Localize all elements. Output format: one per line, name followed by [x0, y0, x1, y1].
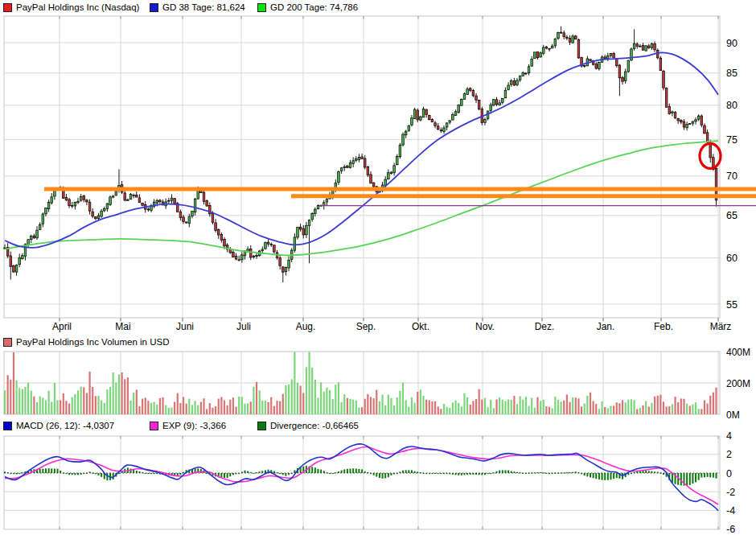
legend-item: PayPal Holdings Inc (Nasdaq)	[3, 2, 139, 12]
axis-label: 55	[726, 299, 738, 311]
legend-label: EXP (9): -3,366	[162, 421, 226, 430]
legend-label: Divergence: -0,66465	[270, 421, 359, 430]
legend-label: PayPal Holdings Inc Volumen in USD	[16, 337, 170, 347]
axis-label: Jan.	[597, 321, 615, 332]
axis-label: Okt.	[412, 321, 429, 332]
macd-divergence-bars	[4, 466, 717, 486]
axis-label: 2	[726, 449, 732, 460]
axis-label: März	[710, 321, 732, 332]
axis-label: 200M	[726, 378, 750, 389]
stock-chart-root: 9085807570656055400M200M0M420-2-4-6April…	[0, 0, 756, 539]
legend-item: PayPal Holdings Inc Volumen in USD	[3, 337, 170, 347]
axis-label: Nov.	[475, 321, 495, 332]
axis-label: 75	[726, 134, 738, 146]
axis-label: 85	[726, 68, 738, 79]
axis-label: 80	[726, 100, 738, 111]
legend-swatch-icon	[257, 3, 266, 12]
axis-label: 0M	[726, 409, 740, 421]
panel-borders	[4, 16, 720, 529]
gridlines	[4, 16, 720, 529]
axis-label: 90	[726, 38, 738, 49]
legend-swatch-icon	[3, 338, 12, 347]
legend-swatch-icon	[3, 422, 12, 430]
axis-label: Aug.	[296, 321, 316, 332]
moving-averages	[5, 52, 718, 255]
legend-swatch-icon	[150, 3, 158, 12]
axis-label: Feb.	[654, 321, 673, 332]
legend-swatch-icon	[3, 3, 12, 12]
legend-item: GD 38 Tage: 81,624	[150, 2, 245, 12]
legend-item: GD 200 Tage: 74,786	[257, 2, 358, 12]
legend-item: MACD (26, 12): -4,0307	[3, 421, 114, 430]
annotation-lines	[44, 189, 756, 206]
legend-swatch-icon	[150, 422, 158, 430]
axis-label: 0	[726, 468, 732, 479]
axis-label: 400M	[726, 347, 750, 358]
legend-swatch-icon	[257, 422, 266, 430]
axis-label: Mai	[115, 321, 130, 332]
axis-label: April	[52, 321, 72, 332]
axis-label: -4	[726, 505, 735, 516]
legend-label: PayPal Holdings Inc (Nasdaq)	[16, 2, 139, 12]
legend-item: EXP (9): -3,366	[150, 421, 226, 430]
axis-label: -6	[726, 524, 735, 535]
axis-label: Juli	[236, 321, 251, 332]
axis-label: 70	[726, 171, 738, 182]
axis-labels: 9085807570656055400M200M0M420-2-4-6April…	[52, 38, 750, 536]
axis-label: Sep.	[356, 321, 376, 332]
legend-label: GD 38 Tage: 81,624	[162, 2, 245, 12]
axis-label: Juni	[176, 321, 194, 332]
chart-canvas: 9085807570656055400M200M0M420-2-4-6April…	[0, 0, 756, 539]
candlestick-series	[4, 27, 717, 282]
legend-item: Divergence: -0,66465	[257, 421, 359, 430]
legend-label: GD 200 Tage: 74,786	[270, 2, 358, 12]
legend-label: MACD (26, 12): -4,0307	[16, 421, 114, 430]
axis-label: -2	[726, 487, 735, 498]
gd38-line	[5, 52, 718, 247]
axis-label: 4	[726, 430, 732, 442]
axis-label: Dez.	[535, 321, 555, 332]
axis-label: 60	[726, 253, 738, 264]
axis-label: 65	[726, 210, 738, 221]
